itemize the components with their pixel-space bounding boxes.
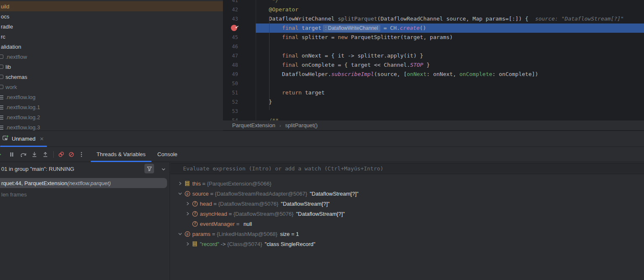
code-line-text[interactable]: } [256,97,644,107]
line-number[interactable]: 48 [223,60,256,70]
expand-chevron-icon[interactable] [184,201,191,206]
tab-console[interactable]: Console [152,147,183,162]
variable-value: "DataflowStream[?]" [281,201,330,207]
code-line[interactable]: 49 DataflowHelper.subscribeImpl(source, … [223,70,644,79]
code-line[interactable]: 45 final splitter = new ParquetSplitter(… [223,33,644,42]
breakpoint-icon[interactable] [231,25,237,31]
line-number[interactable]: 47 [223,51,256,60]
tree-item[interactable]: work [0,82,223,92]
line-number[interactable]: 52 [223,97,256,107]
line-number[interactable] [223,24,256,33]
tree-item[interactable]: .nextflow.log.2 [0,112,223,122]
expand-chevron-icon[interactable] [176,181,184,186]
line-number[interactable]: 49 [223,70,256,79]
hidden-frames-label[interactable]: len frames [1,191,27,198]
step-out-button[interactable] [40,149,51,160]
tab-threads-variables[interactable]: Threads & Variables [91,147,152,162]
code-line-text[interactable]: DataflowHelper.subscribeImpl(source, [on… [256,70,644,79]
more-options-button[interactable] [76,149,86,160]
variable-row[interactable]: pparams = {LinkedHashMap@5068}size = 1 [170,229,644,239]
tree-item[interactable]: .nextflow.log.1 [0,102,223,112]
expand-chevron-icon[interactable] [184,211,191,216]
tree-item[interactable]: schemas [0,72,223,82]
line-number[interactable]: 43 [223,14,256,24]
breadcrumb-class[interactable]: ParquetExtension [232,122,275,128]
line-number[interactable]: 51 [223,88,256,97]
tree-item[interactable]: radle [0,21,223,31]
variable-name: asyncHead [200,211,227,217]
tree-item-label: rc [0,34,5,40]
variable-value: null [243,221,252,227]
code-line[interactable]: 41 */ [223,0,644,5]
mute-breakpoints-button[interactable] [66,149,76,160]
line-number[interactable]: 41 [223,0,256,5]
variable-row[interactable]: "record" -> {Class@5074}"class SingleRec… [170,239,644,249]
step-into-button[interactable] [29,149,40,160]
code-line[interactable]: 50 [223,79,644,88]
code-line[interactable]: 43 DataflowWriteChannel splitParquet(Dat… [223,14,644,24]
resume-button[interactable] [0,149,4,160]
variable-row[interactable]: psource = {DataflowStreamReadAdapter@506… [170,188,644,199]
variable-row[interactable]: fasyncHead = {DataflowStream@5076}"Dataf… [170,209,644,219]
code-line-text[interactable] [256,42,644,51]
code-line-text[interactable]: final splitter = new ParquetSplitter(tar… [256,33,644,42]
tree-item[interactable]: .nextflow.log [0,92,223,102]
line-number[interactable]: 42 [223,5,256,14]
close-icon[interactable]: ✕ [39,136,44,142]
tree-item[interactable]: lib [0,62,223,72]
code-line-text[interactable]: final target: DataflowWriteChannel= CH.c… [256,24,644,33]
code-line[interactable]: 53 [223,107,644,116]
line-number[interactable]: 53 [223,107,256,116]
filter-frames-button[interactable] [144,164,154,173]
tree-item[interactable]: alidation [0,42,223,52]
variable-row[interactable]: this = {ParquetExtension@5066} [170,178,644,188]
code-editor[interactable]: 41 */42 @Operator43 DataflowWriteChannel… [223,0,644,131]
breadcrumb-method[interactable]: splitParquet() [285,122,317,128]
file-icon [0,114,4,120]
code-line[interactable]: 47 final onNext = { it -> splitter.apply… [223,51,644,60]
code-line[interactable]: 42 @Operator [223,5,644,14]
code-line-text[interactable]: final onComplete = { target << Channel.S… [256,60,644,70]
step-over-button[interactable] [18,149,29,160]
line-number[interactable]: 45 [223,33,256,42]
tree-item-label: .nextflow.log.2 [4,114,40,120]
breadcrumb-separator-icon: › [280,123,281,128]
line-number[interactable]: 46 [223,42,256,51]
field-icon: f [191,200,198,207]
tree-item[interactable]: .nextflow.log.3 [0,122,223,131]
tree-item[interactable]: rc [0,31,223,42]
code-line-text[interactable]: @Operator [256,5,644,14]
debug-session-tab[interactable]: Unnamed ✕ [0,131,47,147]
tree-item-label: .nextflow.log.1 [4,104,40,110]
tree-item[interactable]: .nextflow [0,52,223,62]
code-line-text[interactable]: final onNext = { it -> splitter.apply(it… [256,51,644,60]
code-line[interactable]: 51 return target [223,88,644,97]
code-line-text[interactable]: return target [256,88,644,97]
stack-frame-selected[interactable]: rquet:44, ParquetExtension (nextflow.par… [0,178,167,188]
tree-item[interactable]: uild [0,1,223,11]
variable-reference: {DataflowStream@5076} [218,201,278,207]
variable-row[interactable]: feventManager = null [170,219,644,229]
code-line-text[interactable]: */ [256,0,644,5]
code-line[interactable]: 52 } [223,97,644,107]
code-line[interactable]: 46 [223,42,644,51]
code-line-text[interactable]: DataflowWriteChannel splitParquet(Datafl… [256,14,644,24]
variable-reference: {Class@5074} [227,241,262,247]
evaluate-expression-input[interactable]: Evaluate expression (Intro) or add a wat… [170,163,644,174]
expand-chevron-icon[interactable] [184,241,191,246]
tree-item-label: .nextflow [4,54,27,60]
code-line-text[interactable] [256,107,644,116]
pause-button[interactable] [6,149,17,160]
expand-chevron-icon[interactable] [176,231,184,236]
variable-row[interactable]: fhead = {DataflowStream@5076}"DataflowSt… [170,199,644,209]
tree-item[interactable]: ocs [0,11,223,21]
expand-chevron-icon[interactable] [176,191,184,196]
view-breakpoints-button[interactable] [56,149,66,160]
line-number[interactable]: 50 [223,79,256,88]
variable-separator: = [209,191,215,197]
code-line[interactable]: final target: DataflowWriteChannel= CH.c… [223,24,644,33]
code-line-text[interactable] [256,79,644,88]
thread-dropdown-chevron-icon[interactable] [161,166,166,174]
thread-status-label[interactable]: 01 in group "main": RUNNING [1,166,74,172]
code-line[interactable]: 48 final onComplete = { target << Channe… [223,60,644,70]
